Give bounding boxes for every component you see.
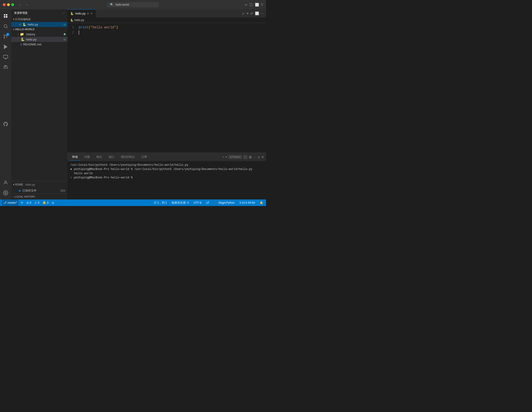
code-editor[interactable]: 1 2 print("hello world") — [67, 23, 266, 153]
sidebar-title: 资源管理器 — [14, 11, 28, 15]
testing-activity-icon[interactable] — [1, 63, 10, 72]
broadcast-icon: ◎ — [52, 201, 54, 204]
timeline-item[interactable]: 已保存文件 现在 — [11, 188, 67, 194]
git-branch-item[interactable]: ⎇ master* — [2, 199, 19, 206]
notifications-label: 🔔 0 — [43, 201, 48, 204]
timeline-header[interactable]: ▾ 时间线 hello.py — [11, 181, 67, 188]
eol-item[interactable]: LF — [205, 199, 210, 206]
more-actions-icon[interactable]: ··· — [260, 11, 264, 16]
readme-item[interactable]: ℹ README.md — [11, 42, 67, 47]
folder-icon: 📁 — [20, 32, 24, 36]
back-button[interactable]: ← — [18, 2, 23, 7]
activity-bottom — [1, 178, 10, 199]
code-content[interactable]: print("hello world") — [77, 25, 266, 151]
git-branch-label: master* — [8, 201, 17, 204]
problems-tab[interactable]: 问题 — [82, 154, 93, 160]
text-cursor — [79, 30, 79, 35]
bell-icon: 🔔 — [260, 201, 263, 204]
comments-tab[interactable]: 注释 — [139, 154, 150, 160]
history-folder-item[interactable]: › 📁 .history — [11, 32, 67, 37]
search-activity-icon[interactable] — [1, 21, 10, 31]
customize-layout-icon[interactable]: ⠿ — [261, 3, 263, 7]
open-editors-section[interactable]: ▾ 打开的编辑器 — [11, 17, 67, 22]
terminal-line-2: ● yezhiping@MacBook-Pro hello-world % /u… — [70, 167, 263, 171]
folder-chevron: › — [18, 33, 19, 36]
source-control-activity-icon[interactable]: 4 — [1, 32, 10, 41]
cursor-position-label: 行 2，列 1 — [154, 201, 167, 205]
timeline-item-time: 现在 — [60, 189, 66, 192]
local-history-section: › LOCAL HISTORY — [11, 194, 67, 199]
maximize-traffic-light[interactable] — [11, 3, 14, 6]
project-name: HELLO-WORLD — [15, 28, 34, 31]
bell-item[interactable]: 🔔 — [259, 199, 264, 206]
warnings-item[interactable]: ⚠ 0 — [33, 199, 40, 206]
readme-label: README.md — [23, 43, 41, 46]
terminal-more-icon[interactable]: ··· — [253, 155, 256, 159]
close-icon[interactable]: ✕ — [19, 23, 21, 26]
output-tab[interactable]: 输出 — [94, 154, 105, 160]
run-button[interactable]: ▷ — [242, 11, 245, 16]
paren-open: ( — [88, 25, 90, 30]
add-terminal-button[interactable]: + — [222, 155, 224, 159]
github-activity-icon[interactable] — [1, 119, 10, 129]
tab-hello-py[interactable]: 🐍 hello.py U ✕ — [67, 9, 96, 18]
tab-bar: 🐍 hello.py U ✕ ▷ ▾ ⇄ ⬜ ··· — [67, 9, 266, 18]
search-bar[interactable]: 🔍 hello-world — [107, 2, 159, 7]
remote-activity-icon[interactable] — [1, 52, 10, 62]
project-section[interactable]: ▾ HELLO-WORLD — [11, 27, 67, 32]
cursor-position-item[interactable]: 行 2，列 1 — [153, 199, 168, 206]
local-history-header[interactable]: › LOCAL HISTORY — [11, 194, 67, 199]
panel-maximize-icon[interactable]: ∧ — [257, 155, 260, 159]
open-changes-icon[interactable]: ⇄ — [250, 11, 254, 16]
explorer-activity-icon[interactable] — [1, 11, 10, 21]
svg-rect-1 — [4, 16, 5, 18]
forward-button[interactable]: → — [24, 2, 30, 7]
search-text: hello-world — [115, 3, 129, 6]
hello-py-item[interactable]: 🐍 hello.py U — [11, 37, 67, 42]
sync-icon-item[interactable]: ↻ — [20, 199, 24, 206]
sidebar-header: 资源管理器 ··· — [11, 9, 67, 17]
split-editor-right-icon[interactable]: ⬜ — [255, 11, 259, 16]
language-item[interactable]: 🎵 MagicPython — [213, 199, 236, 206]
debug-console-tab[interactable]: 调试控制台 — [118, 154, 138, 160]
run-dropdown-icon[interactable]: ▾ — [246, 11, 249, 16]
split-editor-icon[interactable]: ⬜ — [255, 3, 259, 7]
svg-rect-3 — [6, 16, 7, 18]
svg-marker-9 — [4, 45, 7, 49]
minimize-traffic-light[interactable] — [7, 3, 10, 6]
tab-size-item[interactable]: 制表符长度: 4 — [171, 199, 190, 206]
python-version-label: 3.10.6 64-bit — [239, 201, 255, 204]
activity-bar: 4 — [0, 9, 11, 199]
settings-activity-icon[interactable] — [1, 188, 10, 197]
split-terminal-icon[interactable]: ⬛ — [243, 155, 247, 159]
svg-point-6 — [4, 35, 5, 36]
python-version-item[interactable]: 3.10.6 64-bit — [238, 199, 256, 206]
layout-icon[interactable]: ⬛ — [249, 3, 253, 7]
open-editors-label: 打开的编辑器 — [15, 18, 31, 21]
panel-tabs: 终端 问题 输出 端口 调试控制台 注释 + ▾ ⊡ Python ⬛ 🗑 ··… — [67, 153, 266, 161]
ports-tab[interactable]: 端口 — [106, 154, 117, 160]
panel-close-icon[interactable]: ✕ — [261, 155, 264, 159]
tab-close-button[interactable]: ✕ — [90, 12, 93, 15]
terminal-content[interactable]: /usr/local/bin/python3 /Users/yezhiping/… — [67, 161, 266, 199]
svg-rect-2 — [6, 14, 7, 15]
timeline-item-label: 已保存文件 — [22, 189, 37, 193]
errors-item[interactable]: ⊘ 0 — [26, 199, 32, 206]
terminal-shell-indicator[interactable]: ⊡ Python — [228, 155, 242, 159]
account-activity-icon[interactable] — [1, 178, 10, 187]
svg-point-8 — [4, 37, 5, 38]
open-editor-hello-py[interactable]: ✕ 🐍 hello.py U — [11, 22, 67, 27]
broadcast-item[interactable]: ◎ — [51, 199, 55, 206]
hello-py-label: hello.py — [26, 38, 37, 41]
terminal-tab[interactable]: 终端 — [69, 154, 81, 160]
unsaved-badge: U — [64, 23, 66, 26]
close-traffic-light[interactable] — [3, 3, 6, 6]
add-terminal-dropdown[interactable]: ▾ — [226, 155, 227, 159]
kill-terminal-icon[interactable]: 🗑 — [249, 155, 252, 159]
encoding-item[interactable]: UTF-8 — [192, 199, 202, 206]
sidebar-more-button[interactable]: ··· — [62, 12, 65, 15]
notifications-item[interactable]: 🔔 0 — [42, 199, 49, 206]
line-numbers: 1 2 — [67, 25, 77, 151]
panel-layout-icon[interactable]: ▪▪ — [245, 3, 247, 7]
run-debug-activity-icon[interactable] — [1, 42, 10, 52]
